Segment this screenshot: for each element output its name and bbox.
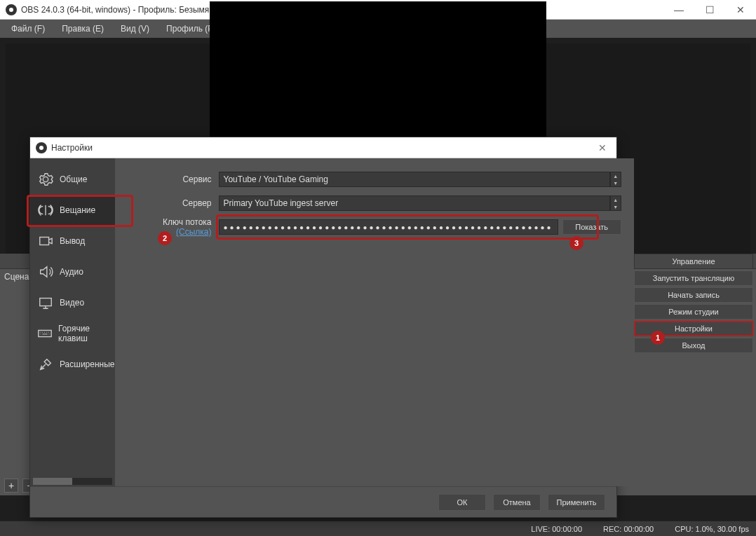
controls-header: Управление — [634, 254, 753, 269]
service-label: Сервис — [128, 174, 219, 184]
callout-3: 3 — [569, 236, 583, 250]
sidebar-item-advanced[interactable]: Расширенные — [30, 349, 115, 380]
sidebar-label: Видео — [60, 298, 84, 308]
monitor-icon — [37, 294, 54, 311]
service-value: YouTube / YouTube Gaming — [224, 174, 328, 184]
service-combo[interactable]: YouTube / YouTube Gaming — [219, 172, 610, 187]
dialog-logo-icon — [36, 142, 47, 153]
menu-view[interactable]: Вид (V) — [112, 20, 158, 38]
server-combo[interactable]: Primary YouTube ingest server — [219, 195, 610, 211]
sidebar-scrollbar[interactable] — [33, 478, 112, 485]
menu-file[interactable]: Файл (F) — [3, 20, 53, 38]
streamkey-label: Ключ потока (Ссылка) — [128, 217, 219, 237]
sidebar-label: Аудио — [60, 267, 83, 277]
add-scene-button[interactable]: + — [4, 479, 18, 493]
dialog-body: Общие Вещание Вывод Аудио Видео Горячие … — [30, 158, 616, 486]
callout-2: 2 — [158, 231, 172, 245]
svg-rect-0 — [40, 238, 49, 245]
app-logo-icon — [6, 4, 17, 15]
streamkey-input[interactable]: ●●●●●●●●●●●●●●●●●●●●●●●●●●●●●●●●●●●●●●●●… — [219, 219, 558, 235]
minimize-button[interactable]: — — [663, 0, 694, 20]
streamkey-link[interactable]: (Ссылка) — [176, 227, 211, 237]
server-stepper[interactable]: ▲▼ — [610, 195, 621, 211]
sidebar-label: Вещание — [60, 205, 95, 215]
show-key-button[interactable]: Показать — [562, 219, 621, 235]
sidebar-label: Вывод — [60, 236, 85, 246]
apply-button[interactable]: Применить — [548, 494, 605, 511]
keyboard-icon — [37, 325, 53, 342]
service-stepper[interactable]: ▲▼ — [610, 172, 621, 187]
dialog-titlebar: Настройки ✕ — [30, 137, 616, 158]
callout-1: 1 — [651, 331, 665, 345]
status-live: LIVE: 00:00:00 — [531, 525, 582, 533]
sidebar-item-hotkeys[interactable]: Горячие клавиш — [30, 318, 115, 349]
gear-icon — [37, 171, 54, 188]
sidebar-label: Расширенные — [60, 359, 115, 369]
status-rec: REC: 00:00:00 — [603, 525, 654, 533]
service-row: Сервис YouTube / YouTube Gaming ▲▼ — [128, 171, 621, 188]
output-icon — [37, 233, 54, 249]
server-row: Сервер Primary YouTube ingest server ▲▼ — [128, 195, 621, 212]
settings-dialog: Настройки ✕ Общие Вещание Вывод Аудио — [29, 137, 617, 518]
dialog-buttons: ОК Отмена Применить — [30, 486, 616, 517]
dialog-close-button[interactable]: ✕ — [588, 142, 616, 153]
svg-rect-2 — [39, 330, 51, 336]
menu-edit[interactable]: Правка (E) — [53, 20, 112, 38]
sidebar-item-video[interactable]: Видео — [30, 287, 115, 318]
streamkey-row: Ключ потока (Ссылка) ●●●●●●●●●●●●●●●●●●●… — [128, 219, 621, 235]
sidebar-item-stream[interactable]: Вещание — [30, 195, 115, 226]
sidebar-item-output[interactable]: Вывод — [30, 226, 115, 256]
dialog-sidebar: Общие Вещание Вывод Аудио Видео Горячие … — [30, 158, 115, 486]
close-button[interactable]: ✕ — [725, 0, 756, 20]
studio-mode-button[interactable]: Режим студии — [634, 304, 753, 319]
sidebar-item-general[interactable]: Общие — [30, 164, 115, 195]
server-value: Primary YouTube ingest server — [224, 198, 339, 208]
server-label: Сервер — [128, 198, 219, 208]
audio-icon — [37, 263, 54, 280]
ok-button[interactable]: ОК — [438, 494, 486, 511]
start-record-button[interactable]: Начать запись — [634, 287, 753, 303]
maximize-button[interactable]: ☐ — [694, 0, 725, 20]
antenna-icon — [37, 202, 54, 219]
svg-rect-1 — [40, 298, 52, 306]
sidebar-label: Общие — [60, 174, 87, 184]
dialog-form: Сервис YouTube / YouTube Gaming ▲▼ Серве… — [115, 158, 634, 486]
window-controls: — ☐ ✕ — [663, 0, 756, 20]
cancel-button[interactable]: Отмена — [493, 494, 541, 511]
start-stream-button[interactable]: Запустить трансляцию — [634, 270, 753, 286]
status-cpu: CPU: 1.0%, 30.00 fps — [675, 525, 749, 533]
status-bar: LIVE: 00:00:00 REC: 00:00:00 CPU: 1.0%, … — [0, 521, 756, 536]
dialog-title: Настройки — [51, 143, 93, 153]
tools-icon — [37, 356, 54, 373]
sidebar-label: Горячие клавиш — [58, 324, 115, 343]
sidebar-item-audio[interactable]: Аудио — [30, 256, 115, 287]
